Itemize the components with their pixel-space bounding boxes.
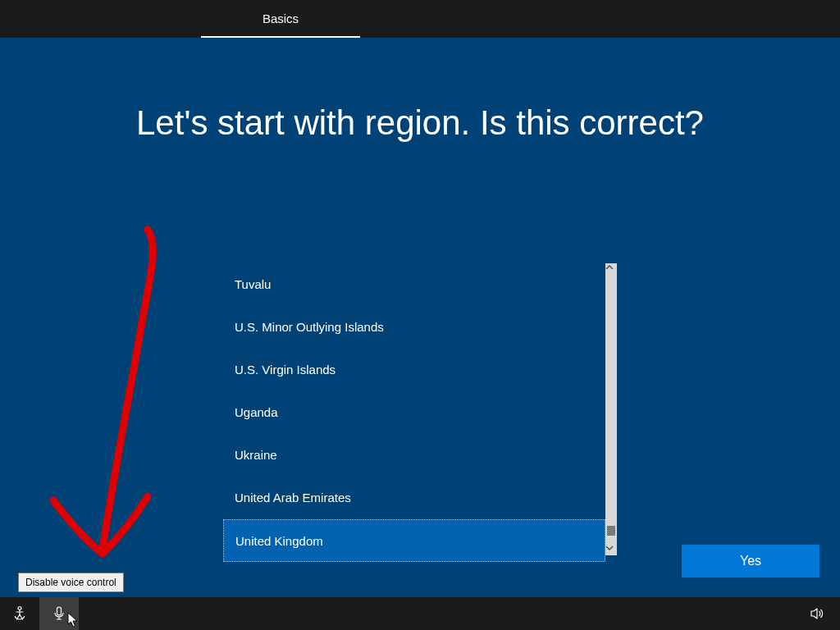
main-panel: Let's start with region. Is this correct… [0,38,840,597]
region-list[interactable]: TuvaluU.S. Minor Outlying IslandsU.S. Vi… [223,263,605,555]
bottom-bar [0,597,840,630]
region-item[interactable]: United Kingdom [223,519,605,562]
tooltip-disable-voice: Disable voice control [18,573,124,592]
speaker-icon [809,605,825,622]
scroll-thumb[interactable] [607,526,615,536]
region-item[interactable]: U.S. Virgin Islands [223,349,605,391]
svg-point-0 [18,607,21,610]
svg-rect-1 [57,607,62,615]
volume-button[interactable] [802,597,832,630]
microphone-icon [51,605,67,622]
region-item[interactable]: Tuvalu [223,263,605,306]
scrollbar[interactable] [605,263,617,555]
scroll-down-button[interactable] [605,544,617,555]
region-item[interactable]: Uganda [223,391,605,434]
region-item[interactable]: Ukraine [223,434,605,477]
region-item[interactable]: United Arab Emirates [223,477,605,519]
microphone-button[interactable] [39,597,79,630]
page-title: Let's start with region. Is this correct… [0,103,840,143]
scroll-up-button[interactable] [605,263,617,275]
region-item[interactable]: U.S. Minor Outlying Islands [223,306,605,349]
accessibility-button[interactable] [0,597,39,630]
top-bar: Basics [0,0,840,38]
region-list-container: TuvaluU.S. Minor Outlying IslandsU.S. Vi… [223,263,617,555]
tab-basics[interactable]: Basics [201,0,360,38]
accessibility-icon [11,605,28,622]
yes-button[interactable]: Yes [682,545,819,578]
